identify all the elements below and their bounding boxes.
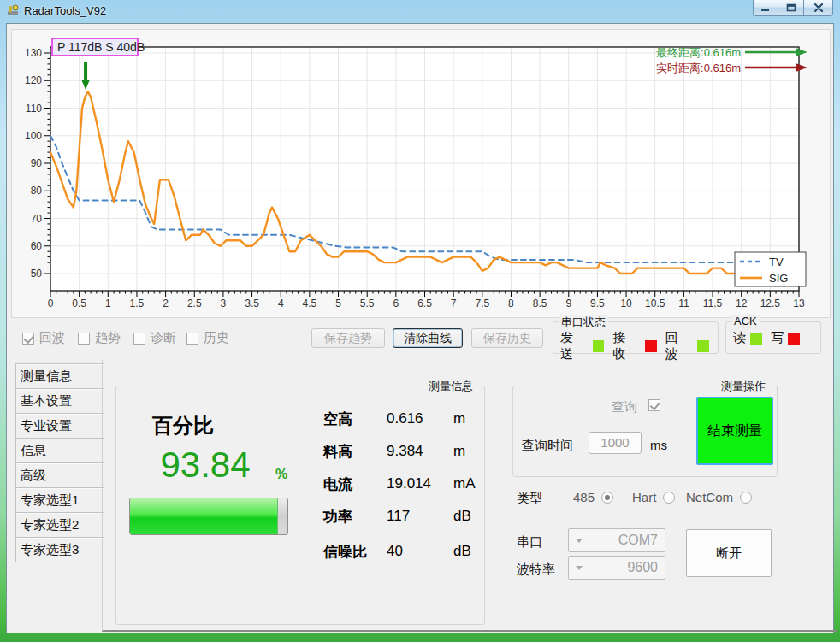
svg-text:P 117dB S 40dB: P 117dB S 40dB <box>57 40 145 54</box>
sidebar-item-pro-settings[interactable]: 专业设置 <box>15 413 104 439</box>
row-value: 117 <box>387 508 453 525</box>
receive-status-led <box>645 340 657 352</box>
serial-port-label: 串口 <box>517 534 542 551</box>
svg-text:8: 8 <box>508 297 514 309</box>
sidebar-item-expert-3[interactable]: 专家选型3 <box>15 537 104 562</box>
row-value: 40 <box>387 543 453 560</box>
query-time-input[interactable]: 1000 <box>589 432 642 454</box>
stop-measure-button[interactable]: 结束测量 <box>696 397 773 465</box>
send-label: 发送 <box>560 330 586 362</box>
close-icon <box>813 3 824 12</box>
row-unit: m <box>453 410 465 427</box>
query-label: 查询 <box>612 399 637 415</box>
svg-text:1.5: 1.5 <box>130 297 145 309</box>
echo-status-label: 回波 <box>665 330 691 362</box>
percent-unit: % <box>275 467 287 482</box>
app-icon <box>6 3 20 17</box>
row-current: 电流 19.014 mA <box>323 468 479 500</box>
row-value: 19.014 <box>387 475 453 492</box>
titlebar: RadarTools_V92 <box>0 0 840 23</box>
radio-netcom-circle[interactable] <box>740 492 752 504</box>
svg-text:3: 3 <box>221 297 227 309</box>
radio-hart-label: Hart <box>632 490 656 504</box>
checkbox-diagnosis[interactable]: 诊断 <box>133 330 176 346</box>
svg-text:最终距离:0.616m: 最终距离:0.616m <box>656 46 741 59</box>
ack-title: ACK <box>731 315 760 327</box>
main-panel: 测量信息 百分比 93.84 % 空高 0.616 m 料高 9.384 m <box>102 360 837 632</box>
radio-netcom[interactable]: NetCom <box>686 490 752 504</box>
svg-text:6: 6 <box>393 297 399 309</box>
chevron-down-icon <box>576 566 583 570</box>
checkbox-echo[interactable]: 回波 <box>22 330 65 346</box>
radio-hart-circle[interactable] <box>663 492 675 504</box>
clear-curve-button[interactable]: 清除曲线 <box>393 328 463 348</box>
receive-label: 接收 <box>612 330 638 362</box>
svg-text:12: 12 <box>736 297 748 309</box>
sidebar-item-measure-info[interactable]: 测量信息 <box>15 363 104 389</box>
echo-checkbox-label: 回波 <box>39 330 65 346</box>
send-status-led <box>593 340 605 352</box>
write-label: 写 <box>771 330 784 346</box>
trend-checkbox-box[interactable] <box>78 333 90 345</box>
window-title: RadarTools_V92 <box>24 4 106 17</box>
checkbox-history[interactable]: 历史 <box>186 330 229 346</box>
level-progress-bar <box>129 498 288 535</box>
echo-checkbox-box[interactable] <box>22 333 34 345</box>
row-label: 信噪比 <box>323 542 387 562</box>
trend-checkbox-label: 趋势 <box>95 330 121 346</box>
chevron-down-icon <box>576 539 583 543</box>
disconnect-button[interactable]: 断开 <box>686 529 772 577</box>
radio-485-circle[interactable] <box>601 492 613 504</box>
history-checkbox-box[interactable] <box>186 333 198 345</box>
read-label: 读 <box>733 330 746 346</box>
sidebar-item-expert-2[interactable]: 专家选型2 <box>15 512 104 538</box>
svg-text:4.5: 4.5 <box>303 297 317 309</box>
query-checkbox[interactable] <box>648 399 660 411</box>
minimize-button[interactable] <box>753 0 778 16</box>
row-unit: mA <box>453 475 476 492</box>
baud-rate-value: 9600 <box>583 560 665 575</box>
row-value: 0.616 <box>387 410 453 427</box>
chart-canvas: 00.511.522.533.544.555.566.577.588.599.5… <box>12 30 830 317</box>
svg-text:10: 10 <box>620 297 632 309</box>
svg-text:110: 110 <box>26 103 42 115</box>
write-status-led <box>788 333 800 345</box>
svg-text:90: 90 <box>31 157 43 169</box>
close-button[interactable] <box>804 0 833 16</box>
echo-status-led <box>697 340 709 352</box>
radio-hart[interactable]: Hart <box>632 490 675 504</box>
radio-485[interactable]: 485 <box>573 490 613 504</box>
sidebar-item-info[interactable]: 信息 <box>15 438 104 463</box>
serial-port-select[interactable]: COM7 <box>568 528 665 552</box>
radio-485-label: 485 <box>573 490 595 504</box>
save-trend-button[interactable]: 保存趋势 <box>311 328 385 348</box>
row-label: 电流 <box>323 474 387 494</box>
svg-text:70: 70 <box>31 213 43 225</box>
svg-text:5.5: 5.5 <box>360 297 375 309</box>
measure-info-title: 测量信息 <box>426 379 476 394</box>
diagnosis-checkbox-label: 诊断 <box>151 330 176 346</box>
signal-chart: 00.511.522.533.544.555.566.577.588.599.5… <box>11 29 831 318</box>
save-history-button[interactable]: 保存历史 <box>471 328 543 348</box>
measure-operation-title: 测量操作 <box>719 379 768 394</box>
maximize-icon <box>786 3 796 12</box>
sidebar: 测量信息 基本设置 专业设置 信息 高级 专家选型1 专家选型2 专家选型3 <box>15 364 104 562</box>
baud-rate-select[interactable]: 9600 <box>568 556 665 580</box>
checkbox-trend[interactable]: 趋势 <box>78 330 121 346</box>
svg-text:0.5: 0.5 <box>72 297 86 309</box>
svg-text:实时距离:0.616m: 实时距离:0.616m <box>656 62 741 74</box>
row-empty-height: 空高 0.616 m <box>323 403 479 435</box>
svg-text:TV: TV <box>769 256 784 268</box>
sidebar-item-basic-settings[interactable]: 基本设置 <box>15 388 104 414</box>
sidebar-item-expert-1[interactable]: 专家选型1 <box>15 487 104 513</box>
svg-text:13: 13 <box>793 297 805 309</box>
minimize-icon <box>760 3 771 12</box>
maximize-button[interactable] <box>778 0 804 16</box>
svg-text:11: 11 <box>678 297 689 309</box>
row-label: 空高 <box>323 409 387 429</box>
sidebar-item-advanced[interactable]: 高级 <box>15 462 104 488</box>
diagnosis-checkbox-box[interactable] <box>133 333 145 345</box>
svg-text:80: 80 <box>31 185 43 197</box>
svg-text:12.5: 12.5 <box>760 297 781 309</box>
serial-status-group: 串口状态 发送 接收 回波 <box>553 321 719 354</box>
